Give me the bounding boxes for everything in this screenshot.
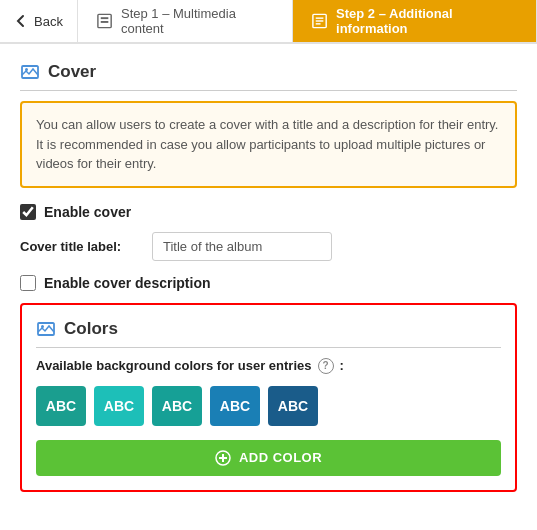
tab2-icon [311,12,328,30]
colors-icon [36,319,56,339]
navigation-tabs: Back Step 1 – Multimedia content Step 2 … [0,0,537,44]
back-button[interactable]: Back [0,0,78,42]
cover-section-title: Cover [20,62,517,91]
add-color-button[interactable]: ADD COLOR [36,440,501,476]
colors-subtitle-text: Available background colors for user ent… [36,358,312,373]
tab1-icon [96,12,113,30]
cover-title-field-label: Cover title label: [20,239,140,254]
add-color-label: ADD COLOR [239,450,322,465]
enable-cover-label: Enable cover [44,204,131,220]
colors-section-title: Colors [36,319,501,348]
svg-point-10 [41,325,44,328]
colors-title: Colors [64,319,118,339]
info-text: You can allow users to create a cover wi… [36,117,498,171]
color-swatch-1[interactable]: ABC [94,386,144,426]
tab1-label: Step 1 – Multimedia content [121,6,274,36]
info-box: You can allow users to create a cover wi… [20,101,517,188]
cover-title: Cover [48,62,96,82]
cover-icon [20,62,40,82]
enable-cover-checkbox[interactable] [20,204,36,220]
cover-title-row: Cover title label: [20,232,517,261]
color-swatch-2[interactable]: ABC [152,386,202,426]
svg-rect-2 [101,21,109,23]
enable-description-checkbox[interactable] [20,275,36,291]
colon: : [340,358,344,373]
plus-icon [215,450,231,466]
color-swatch-3[interactable]: ABC [210,386,260,426]
back-icon [14,14,28,28]
help-icon[interactable]: ? [318,358,334,374]
main-content: Cover You can allow users to create a co… [0,44,537,530]
color-swatches: ABCABCABCABCABC [36,386,501,426]
tab-step1[interactable]: Step 1 – Multimedia content [78,0,293,42]
tab2-label: Step 2 – Additional information [336,6,518,36]
back-label: Back [34,14,63,29]
enable-description-label: Enable cover description [44,275,211,291]
svg-rect-1 [101,17,109,19]
color-swatch-0[interactable]: ABC [36,386,86,426]
enable-description-row: Enable cover description [20,275,517,291]
svg-point-8 [25,68,28,71]
enable-cover-row: Enable cover [20,204,517,220]
color-swatch-4[interactable]: ABC [268,386,318,426]
colors-subtitle: Available background colors for user ent… [36,358,501,374]
cover-title-input[interactable] [152,232,332,261]
colors-section: Colors Available background colors for u… [20,303,517,492]
tab-step2[interactable]: Step 2 – Additional information [293,0,537,42]
